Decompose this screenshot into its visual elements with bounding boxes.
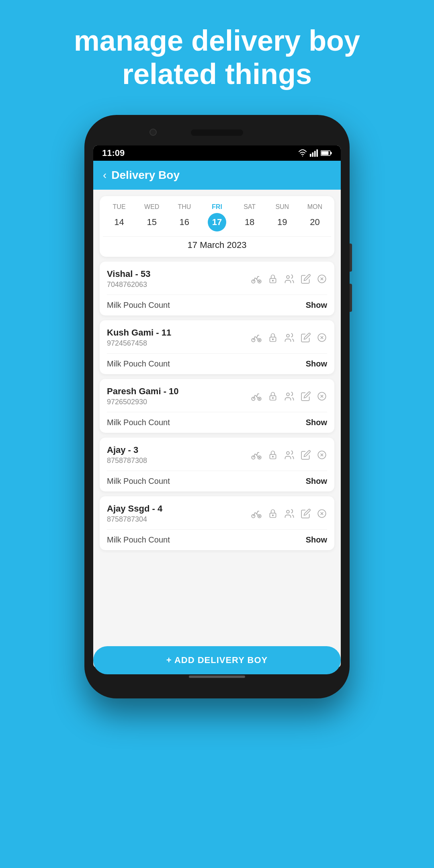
card-info: Ajay - 3 8758787308 (107, 445, 251, 465)
card-footer: Milk Pouch Count Show (107, 295, 327, 315)
edit-icon[interactable] (301, 274, 311, 284)
day-item-20[interactable]: MON 20 (300, 203, 329, 231)
remove-icon[interactable] (317, 274, 327, 284)
milk-pouch-label: Milk Pouch Count (107, 477, 170, 486)
milk-pouch-label: Milk Pouch Count (107, 359, 170, 368)
svg-point-10 (259, 281, 260, 282)
lock-icon[interactable] (268, 508, 278, 519)
svg-point-36 (258, 456, 261, 459)
show-button[interactable]: Show (306, 301, 327, 310)
delivery-boy-phone: 9724567458 (107, 339, 251, 348)
edit-icon[interactable] (301, 332, 311, 343)
svg-rect-3 (314, 151, 316, 157)
edit-icon[interactable] (301, 450, 311, 460)
days-row: TUE 14 WED 15 THU 16 FRI 17 SAT 18 SUN 1… (103, 203, 331, 231)
cards-container: Vishal - 53 7048762063 (93, 257, 341, 582)
svg-point-9 (258, 280, 261, 283)
add-delivery-boy-button[interactable]: + ADD DELIVERY BOY (93, 646, 341, 674)
card-header: Ajay - 3 8758787308 (107, 445, 327, 465)
card-info: Kush Gami - 11 9724567458 (107, 328, 251, 348)
day-item-16[interactable]: THU 16 (170, 203, 199, 231)
delivery-boy-phone: 9726502930 (107, 398, 251, 406)
bike-icon[interactable] (251, 391, 262, 402)
delivery-boy-name: Paresh Gami - 10 (107, 386, 251, 397)
users-icon[interactable] (284, 332, 295, 343)
svg-point-49 (287, 510, 289, 513)
delivery-boy-name: Vishal - 53 (107, 269, 251, 279)
app-header-title: Delivery Boy (111, 169, 180, 182)
card-header: Vishal - 53 7048762063 (107, 269, 327, 289)
svg-point-30 (272, 397, 274, 399)
svg-point-22 (287, 334, 289, 337)
bike-icon[interactable] (251, 332, 262, 343)
day-label: FRI (212, 203, 222, 211)
show-button[interactable]: Show (306, 418, 327, 427)
svg-point-28 (259, 398, 260, 399)
day-item-19[interactable]: SUN 19 (268, 203, 297, 231)
card-info: Vishal - 53 7048762063 (107, 269, 251, 289)
day-item-18[interactable]: SAT 18 (235, 203, 264, 231)
day-number: 14 (110, 213, 129, 231)
show-button[interactable]: Show (306, 535, 327, 545)
svg-point-46 (259, 516, 260, 516)
back-button[interactable]: ‹ (103, 170, 106, 181)
svg-point-35 (252, 456, 255, 459)
bike-icon[interactable] (251, 449, 262, 461)
show-button[interactable]: Show (306, 359, 327, 368)
delivery-card-2: Paresh Gami - 10 9726502930 (100, 379, 334, 433)
card-footer: Milk Pouch Count Show (107, 471, 327, 491)
card-actions (251, 391, 327, 402)
day-number: 16 (175, 213, 194, 231)
day-number: 19 (273, 213, 291, 231)
day-number: 15 (143, 213, 161, 231)
card-header: Paresh Gami - 10 9726502930 (107, 386, 327, 406)
remove-icon[interactable] (317, 391, 327, 401)
remove-icon[interactable] (317, 508, 327, 519)
lock-icon[interactable] (268, 274, 278, 284)
delivery-boy-name: Ajay - 3 (107, 445, 251, 455)
users-icon[interactable] (284, 273, 295, 285)
bike-icon[interactable] (251, 273, 262, 285)
svg-point-31 (287, 393, 289, 395)
day-number: 18 (240, 213, 259, 231)
remove-icon[interactable] (317, 450, 327, 460)
card-footer: Milk Pouch Count Show (107, 412, 327, 433)
milk-pouch-label: Milk Pouch Count (107, 535, 170, 545)
day-item-15[interactable]: WED 15 (137, 203, 166, 231)
lock-icon[interactable] (268, 450, 278, 460)
users-icon[interactable] (284, 391, 295, 402)
delivery-boy-name: Kush Gami - 11 (107, 328, 251, 338)
users-icon[interactable] (284, 508, 295, 519)
card-header: Kush Gami - 11 9724567458 (107, 328, 327, 348)
day-item-17[interactable]: FRI 17 (203, 203, 231, 231)
delivery-card-0: Vishal - 53 7048762063 (100, 262, 334, 315)
edit-icon[interactable] (301, 391, 311, 401)
phone-screen: 11:09 ‹ Delivery Boy (93, 145, 341, 668)
edit-icon[interactable] (301, 508, 311, 519)
day-number: 17 (208, 213, 226, 231)
wifi-icon (298, 149, 307, 158)
lock-icon[interactable] (268, 391, 278, 401)
show-button[interactable]: Show (306, 477, 327, 486)
selected-date: 17 March 2023 (103, 236, 331, 250)
calendar-strip: TUE 14 WED 15 THU 16 FRI 17 SAT 18 SUN 1… (100, 196, 334, 257)
card-header: Ajay Ssgd - 4 8758787304 (107, 504, 327, 524)
day-item-14[interactable]: TUE 14 (105, 203, 134, 231)
svg-point-21 (272, 339, 274, 340)
delivery-card-4: Ajay Ssgd - 4 8758787304 (100, 496, 334, 550)
day-label: THU (178, 203, 191, 211)
svg-point-27 (258, 397, 261, 400)
svg-point-19 (259, 340, 260, 340)
card-actions (251, 508, 327, 519)
delivery-card-3: Ajay - 3 8758787308 (100, 438, 334, 491)
milk-pouch-label: Milk Pouch Count (107, 301, 170, 310)
lock-icon[interactable] (268, 332, 278, 343)
bike-icon[interactable] (251, 508, 262, 519)
users-icon[interactable] (284, 449, 295, 461)
svg-point-0 (302, 156, 303, 156)
day-label: TUE (113, 203, 126, 211)
svg-point-48 (272, 515, 274, 516)
svg-point-39 (272, 456, 274, 457)
day-label: WED (144, 203, 159, 211)
remove-icon[interactable] (317, 332, 327, 343)
